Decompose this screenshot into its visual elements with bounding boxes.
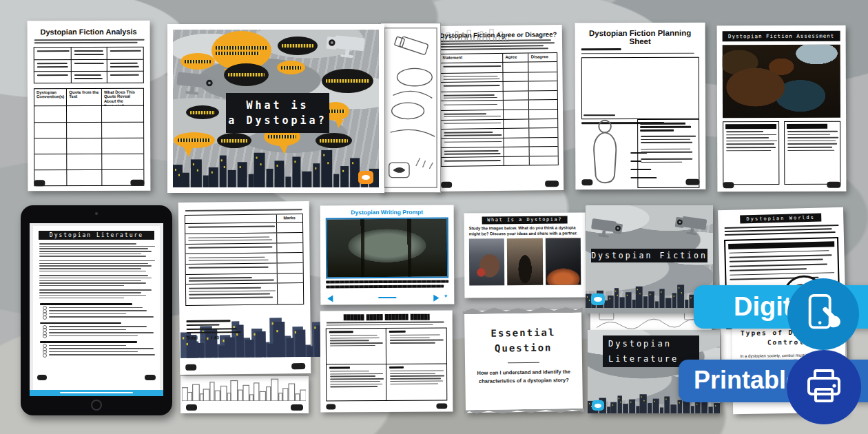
paragraph (39, 275, 154, 286)
worksheet-marking-rubric: Marks Total ____ / 40 (178, 201, 311, 375)
question-bar (40, 341, 137, 343)
col-header: Disagree (529, 53, 557, 61)
worksheet-assessment: Dystopian Fiction Assessment (717, 25, 847, 192)
star-icon[interactable]: ✦ (444, 293, 448, 300)
paragraph (39, 289, 154, 298)
analysis-table: Dystopian Convention(s) Quote from the T… (34, 87, 144, 186)
subheading-bar (581, 48, 621, 50)
intro-text (34, 39, 144, 43)
prompt-photo (326, 218, 448, 279)
col-header: What Does This Quote Reveal About the Dy… (102, 88, 143, 105)
card-title: Essential Question (464, 324, 582, 357)
twinkl-logo (436, 404, 447, 409)
slide-title: What Is a Dystopia? (482, 216, 568, 225)
cctv-camera-icon (324, 32, 369, 61)
twinkl-logo (591, 293, 605, 305)
marks-header: Marks (276, 214, 302, 222)
twinkl-logo (827, 182, 840, 188)
card-essential-question: Essential Question How can I understand … (464, 309, 583, 413)
city-skyline (173, 147, 379, 187)
quadrant (386, 329, 446, 364)
character-outline (583, 119, 626, 185)
page-title: Dystopian Worlds (740, 214, 821, 224)
worksheet-agree-disagree: Dystopian Fiction Agree or Disagree? Sta… (435, 25, 564, 192)
slide-instruction: Study the images below. What do you thin… (469, 225, 581, 236)
score-summary: Total ____ / 40 (186, 318, 262, 340)
slide-footer: ✦ (326, 293, 448, 302)
twinkl-logo (130, 180, 144, 186)
slide-what-is-a-dystopia: What Is a Dystopia? Study the images bel… (464, 212, 586, 298)
twinkl-logo (37, 375, 47, 380)
questions-table: Marks (185, 214, 304, 306)
answer-options[interactable] (48, 326, 154, 336)
answer-options[interactable] (48, 345, 154, 355)
printable-badge-circle[interactable] (787, 350, 861, 424)
digital-document: Dystopian Literature (33, 226, 160, 390)
tablet-camera-dot (95, 212, 98, 215)
divider (508, 362, 539, 363)
twinkl-logo (441, 182, 452, 188)
speech-bubble (277, 61, 305, 74)
back-arrow-icon[interactable] (327, 295, 333, 302)
worksheet-ideas-grid (320, 310, 453, 412)
twinkl-logo (545, 180, 559, 187)
caption-bar (326, 280, 448, 284)
twinkl-logo (145, 375, 156, 380)
twinkl-logo (723, 182, 734, 188)
page-number-bar (378, 297, 396, 298)
twinkl-logo (685, 179, 699, 185)
page-title: Dystopian Fiction Assessment (723, 31, 840, 42)
twinkl-logo (185, 364, 196, 371)
doc-title: Dystopian Literature (39, 231, 154, 240)
worksheet-analysis: Dystopian Fiction Analysis Dystopian Con… (28, 21, 151, 192)
dystopian-city-photo (723, 45, 840, 118)
poster-what-is-a-dystopia: What is a Dystopia? (167, 24, 384, 193)
question-bar (40, 322, 121, 324)
speech-bubble (322, 69, 373, 93)
col-header: Quote from the Text (67, 89, 102, 105)
poster-title: What is a Dystopia? (226, 93, 329, 133)
speech-bubble (217, 133, 251, 148)
link-bar[interactable] (30, 390, 163, 396)
line-art (381, 23, 440, 192)
criteria-box (784, 121, 840, 185)
twinkl-logo (291, 404, 303, 411)
ruins-photo (469, 238, 505, 285)
col-header: Dystopian Convention(s) (34, 89, 67, 105)
twinkl-logo (581, 179, 592, 185)
printer-icon (803, 366, 845, 408)
ruins-photo (507, 238, 543, 285)
col-header: Agree (503, 53, 528, 61)
quadrant (327, 364, 386, 400)
speech-bubble (224, 63, 269, 86)
writing-box (581, 57, 699, 120)
city-skyline-outline (182, 378, 306, 401)
card-title: Dystopian Fiction (591, 249, 707, 262)
tablet-home-button[interactable] (91, 400, 102, 411)
page-title: Dystopian Fiction Planning Sheet (581, 29, 699, 46)
twinkl-logo (326, 404, 335, 409)
intro-text (724, 225, 838, 236)
paragraph (39, 260, 154, 271)
speech-bubble (180, 53, 215, 70)
caption-bar (326, 285, 444, 289)
paragraph (39, 243, 154, 257)
twinkl-logo (291, 363, 305, 369)
col-header: Statement (440, 54, 503, 63)
answer-options[interactable] (48, 307, 154, 318)
quadrant-table (326, 328, 448, 402)
tablet-device: Dystopian Literature (21, 205, 172, 415)
cctv-camera-icon (587, 215, 624, 242)
forward-arrow-icon[interactable] (433, 295, 439, 302)
cctv-camera-icon (173, 70, 217, 99)
agree-table: Statement Agree Disagree (440, 52, 559, 167)
page-title: Dystopian Fiction Agree or Disagree? (440, 30, 557, 39)
cctv-camera-icon (673, 212, 710, 240)
slide-title: Dystopian Writing Prompt (326, 209, 448, 216)
intro-text (185, 209, 303, 211)
digital-badge-circle[interactable] (787, 278, 859, 350)
speech-bubble (316, 133, 352, 148)
label-bar (583, 114, 615, 116)
title-word-boxes (326, 314, 447, 321)
conventions-table (34, 46, 144, 83)
